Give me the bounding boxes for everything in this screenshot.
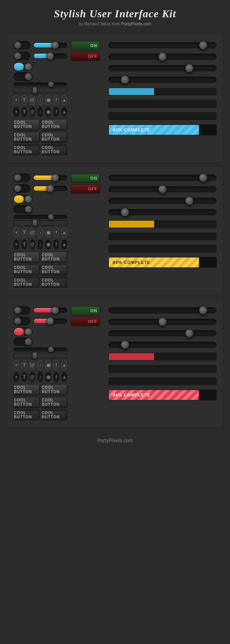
slider-track-wrap-r2[interactable] <box>33 317 67 325</box>
slider-knob-1[interactable] <box>51 41 59 49</box>
hslider-r1[interactable] <box>13 347 67 351</box>
social-at-outline-y[interactable]: @ <box>30 228 35 238</box>
bs-knob-2[interactable] <box>158 52 167 61</box>
social-tri-filled-y[interactable]: ▲ <box>61 239 67 249</box>
bs-knob-y4[interactable] <box>121 208 129 216</box>
social-plus-outline[interactable]: + <box>13 95 19 105</box>
cool-btn-y4[interactable]: COOL BUTTON <box>41 264 67 275</box>
social-fb-outline-r[interactable]: f <box>53 360 59 370</box>
cool-btn-r3[interactable]: COOL BUTTON <box>13 397 39 408</box>
dark-toggle-y[interactable] <box>13 205 33 213</box>
big-slider-yellow-1[interactable] <box>108 175 217 181</box>
social-tri-filled-r[interactable]: ▲ <box>61 372 67 382</box>
social-at-outline[interactable]: @ <box>30 95 35 105</box>
social-music-filled[interactable]: ♪ <box>38 107 43 117</box>
hslider-ticks-y1[interactable] <box>13 220 67 226</box>
site-link[interactable]: PurtyPixels.com <box>121 21 151 26</box>
slider-track-wrap-2[interactable] <box>33 52 67 60</box>
cool-btn-5[interactable]: COOL BUTTON <box>13 144 39 155</box>
social-at-filled-r[interactable]: @ <box>30 372 35 382</box>
bs-knob-r4[interactable] <box>121 341 129 349</box>
social-fb-filled-y[interactable]: f <box>53 239 59 249</box>
off-btn-y[interactable]: OFF <box>71 184 100 193</box>
small-toggle-yellow[interactable] <box>13 195 33 203</box>
social-tri-outline-r[interactable]: ▲ <box>61 360 67 370</box>
social-rss-filled-r[interactable]: ◉ <box>45 372 51 382</box>
bs-knob-y2[interactable] <box>158 185 167 193</box>
toggle-switch-y2[interactable] <box>13 184 30 193</box>
social-music-outline-y[interactable]: ♪ <box>38 228 43 238</box>
social-fb-filled[interactable]: f <box>53 107 59 117</box>
cool-btn-4[interactable]: COOL BUTTON <box>41 132 67 143</box>
slider-track-wrap-r1[interactable] <box>33 306 67 315</box>
social-plus-filled-r[interactable]: + <box>13 372 19 382</box>
cool-btn-y1[interactable]: COOL BUTTON <box>13 252 39 262</box>
hslider-ticks-1[interactable] <box>13 88 67 93</box>
big-slider-red-3[interactable] <box>108 330 217 336</box>
cool-btn-y2[interactable]: COOL BUTTON <box>41 252 67 262</box>
social-rss-filled[interactable]: ◉ <box>45 107 51 117</box>
social-fb-filled-r[interactable]: f <box>53 372 59 382</box>
bs-knob-r1[interactable] <box>199 306 207 315</box>
social-plus-outline-y[interactable]: + <box>13 228 19 238</box>
slider-track-wrap-1[interactable] <box>33 41 67 49</box>
slider-track-wrap-y1[interactable] <box>33 174 67 182</box>
cool-btn-6[interactable]: COOL BUTTON <box>41 144 67 155</box>
dark-toggle-r[interactable] <box>13 338 33 346</box>
bs-knob-y3[interactable] <box>185 197 194 205</box>
big-slider-blue-3[interactable] <box>108 65 217 71</box>
social-rss-outline[interactable]: ◉ <box>45 95 51 105</box>
on-btn-r[interactable]: ON <box>71 306 100 315</box>
social-twitter-outline[interactable]: 𝕋 <box>21 95 27 105</box>
toggle-switch-y1[interactable] <box>13 174 30 182</box>
social-tri-outline-y[interactable]: ▲ <box>61 228 67 238</box>
social-music-filled-y[interactable]: ♪ <box>38 239 43 249</box>
big-slider-yellow-3[interactable] <box>108 198 217 204</box>
slider-knob-y1[interactable] <box>51 174 59 182</box>
cool-btn-y5[interactable]: COOL BUTTON <box>13 277 39 288</box>
toggle-switch-dark-1[interactable] <box>13 41 30 49</box>
toggle-switch-r1[interactable] <box>13 306 30 315</box>
social-tri-outline[interactable]: ▲ <box>61 95 67 105</box>
hknob-ticks-y1[interactable] <box>33 220 37 226</box>
bs-knob-y1[interactable] <box>199 174 207 182</box>
bs-knob-1[interactable] <box>199 41 207 49</box>
social-fb-outline-y[interactable]: f <box>53 228 59 238</box>
social-tri-filled[interactable]: ▲ <box>61 107 67 117</box>
big-slider-yellow-2[interactable] <box>108 186 217 192</box>
toggle-switch-r2[interactable] <box>13 317 30 325</box>
social-rss-outline-y[interactable]: ◉ <box>45 228 51 238</box>
big-slider-red-1[interactable] <box>108 307 217 313</box>
hknob-ticks-r1[interactable] <box>33 352 37 359</box>
social-plus-outline-r[interactable]: + <box>13 360 19 370</box>
slider-knob-y2[interactable] <box>46 185 54 192</box>
social-plus-filled[interactable]: + <box>13 107 19 117</box>
hknob-1[interactable] <box>48 81 54 87</box>
dark-toggle-1[interactable] <box>13 72 33 81</box>
social-fb-outline[interactable]: f <box>53 95 59 105</box>
big-slider-yellow-4[interactable] <box>108 209 217 215</box>
social-rss-outline-r[interactable]: ◉ <box>45 360 51 370</box>
slider-knob-r2[interactable] <box>46 317 54 325</box>
social-plus-filled-y[interactable]: + <box>13 239 19 249</box>
slider-track-wrap-y2[interactable] <box>33 184 67 193</box>
hslider-ticks-r1[interactable] <box>13 353 67 358</box>
cool-btn-r5[interactable]: COOL BUTTON <box>13 410 39 420</box>
cool-btn-y6[interactable]: COOL BUTTON <box>41 277 67 288</box>
cool-btn-r1[interactable]: COOL BUTTON <box>13 384 39 395</box>
social-music-filled-r[interactable]: ♪ <box>38 372 43 382</box>
bs-knob-r3[interactable] <box>185 329 194 338</box>
big-slider-red-4[interactable] <box>108 342 217 348</box>
bs-knob-3[interactable] <box>185 64 194 72</box>
hknob-r1[interactable] <box>48 346 54 352</box>
bs-knob-r2[interactable] <box>158 318 167 326</box>
hknob-ticks-1[interactable] <box>33 87 37 94</box>
social-at-outline-r[interactable]: @ <box>30 360 35 370</box>
big-slider-blue-2[interactable] <box>108 54 217 60</box>
cool-btn-1[interactable]: COOL BUTTON <box>13 119 39 130</box>
social-twitter-filled-r[interactable]: 𝕋 <box>21 372 27 382</box>
cool-btn-r6[interactable]: COOL BUTTON <box>41 410 67 420</box>
bs-knob-4[interactable] <box>121 75 129 84</box>
social-twitter-outline-r[interactable]: 𝕋 <box>21 360 27 370</box>
social-twitter-filled[interactable]: 𝕋 <box>21 107 27 117</box>
